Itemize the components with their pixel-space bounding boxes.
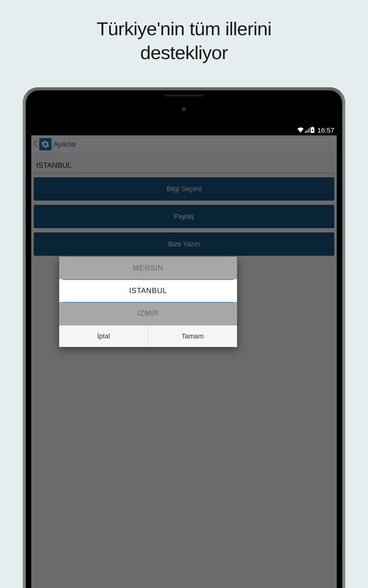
promo-line1: Türkiye'nin tüm illerini	[97, 18, 271, 39]
picker-option-current[interactable]: ISTANBUL	[59, 279, 237, 302]
cell-signal-icon	[305, 127, 310, 134]
promo-headline: Türkiye'nin tüm illerini destekliyor	[0, 0, 368, 64]
tablet-camera	[182, 107, 186, 111]
promo-line2: destekliyor	[140, 42, 228, 63]
svg-rect-1	[312, 127, 313, 127]
tablet-bezel: 16:57 Ayarlar ISTANBUL Bilgi Seçimi Payl…	[26, 90, 342, 588]
picker-option-next[interactable]: IZMIR	[59, 302, 237, 325]
confirm-button[interactable]: Tamam	[148, 326, 237, 347]
android-status-bar: 16:57	[31, 126, 337, 135]
picker-option-prev[interactable]: MERSIN	[59, 257, 237, 279]
status-icons	[297, 127, 314, 134]
cancel-button[interactable]: İptal	[59, 326, 148, 347]
picker-divider-bottom	[63, 302, 233, 303]
city-picker-wheel[interactable]: MERSIN ISTANBUL IZMIR	[59, 257, 237, 325]
status-time: 16:57	[317, 126, 334, 134]
tablet-frame: 16:57 Ayarlar ISTANBUL Bilgi Seçimi Payl…	[23, 87, 345, 588]
dialog-button-row: İptal Tamam	[59, 325, 237, 347]
tablet-speaker	[164, 95, 204, 96]
tablet-screen: 16:57 Ayarlar ISTANBUL Bilgi Seçimi Payl…	[31, 126, 337, 588]
modal-backdrop[interactable]	[31, 135, 337, 588]
city-picker-dialog: MERSIN ISTANBUL IZMIR İptal Tamam	[59, 257, 237, 347]
picker-divider-top	[63, 279, 233, 280]
app-content-area: Ayarlar ISTANBUL Bilgi Seçimi Paylaş Biz…	[31, 135, 337, 588]
wifi-icon	[297, 127, 304, 134]
battery-icon	[311, 127, 314, 134]
